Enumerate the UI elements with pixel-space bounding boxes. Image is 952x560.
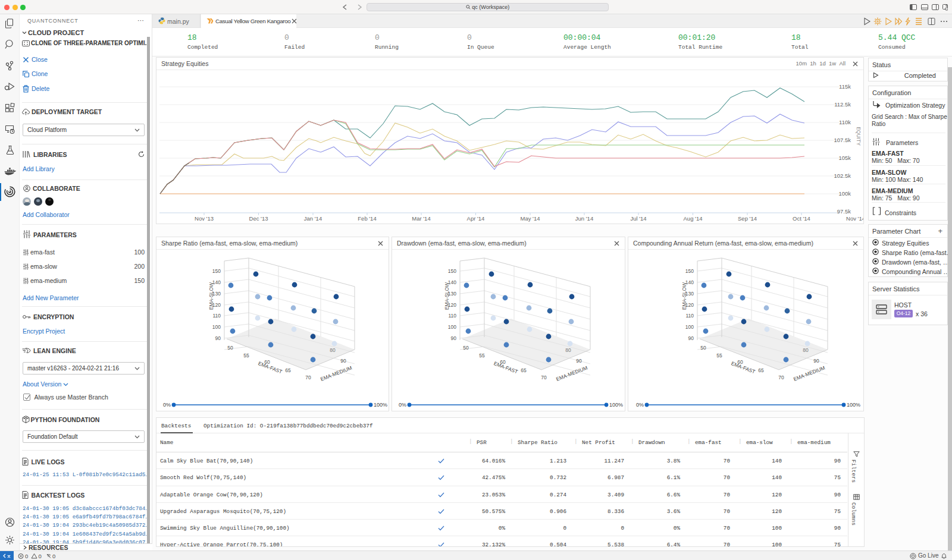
svg-text:Jun '14: Jun '14 [575,215,593,222]
svg-text:May '14: May '14 [521,215,540,222]
svg-text:Oct '14: Oct '14 [793,215,810,222]
svg-text:97.5k: 97.5k [837,208,851,215]
svg-text:EQUITY: EQUITY [856,127,862,146]
svg-text:100k: 100k [838,190,851,197]
svg-text:110k: 110k [839,119,851,125]
svg-text:Jan '14: Jan '14 [304,215,322,222]
svg-text:112.5k: 112.5k [834,101,851,108]
svg-text:Jul '14: Jul '14 [630,215,646,222]
svg-text:Dec '13: Dec '13 [249,215,268,222]
svg-text:Mar '14: Mar '14 [412,215,430,222]
svg-text:0: 0 [25,553,28,559]
svg-text:107.5k: 107.5k [834,137,851,143]
svg-text:0: 0 [39,553,42,559]
svg-text:Nov '14: Nov '14 [846,215,863,222]
svg-text:115k: 115k [839,83,851,90]
svg-text:105k: 105k [838,155,851,161]
svg-text:102.5k: 102.5k [834,172,851,179]
svg-text:Aug '14: Aug '14 [684,215,703,222]
svg-text:Nov '13: Nov '13 [195,215,214,222]
svg-text:Sep '14: Sep '14 [738,215,757,222]
svg-text:0: 0 [52,553,55,559]
svg-text:Apr '14: Apr '14 [467,215,485,222]
svg-text:Feb '14: Feb '14 [358,215,376,222]
